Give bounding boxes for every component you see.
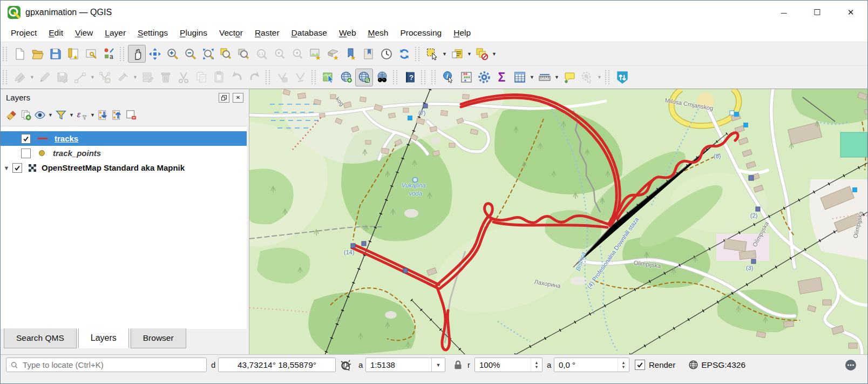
- pan-map-button[interactable]: [128, 45, 146, 63]
- menu-raster[interactable]: Raster: [249, 26, 286, 40]
- copy-features-button[interactable]: [192, 69, 210, 86]
- toolbar-grip[interactable]: [393, 70, 397, 84]
- lock-scale-icon[interactable]: [453, 360, 463, 370]
- minimize-button[interactable]: ─: [767, 1, 801, 24]
- gpx-time-plugin-button[interactable]: [613, 69, 631, 86]
- layer-row-track-points[interactable]: track_points: [1, 146, 247, 160]
- current-edits-dropdown[interactable]: ▼: [29, 75, 36, 80]
- menu-web[interactable]: Web: [333, 26, 362, 40]
- toolbar-grip[interactable]: [266, 70, 270, 84]
- filter-legend-dropdown[interactable]: ▼: [68, 112, 75, 118]
- scale-dropdown-icon[interactable]: ▼: [431, 358, 445, 372]
- digitize-segment-button[interactable]: [71, 69, 89, 86]
- coordinate-display[interactable]: 43,73214° 18,55879°: [218, 358, 336, 372]
- toolbar-grip[interactable]: [311, 70, 316, 84]
- statistical-summary-button[interactable]: [457, 69, 475, 86]
- toolbar-grip[interactable]: [3, 47, 7, 61]
- close-button[interactable]: ✕: [834, 1, 867, 24]
- identify-features-button[interactable]: i: [439, 69, 457, 86]
- menu-processing[interactable]: Processing: [394, 26, 447, 40]
- tab-browser[interactable]: Browser: [131, 328, 186, 348]
- refresh-button[interactable]: [395, 45, 413, 63]
- map-themes-dropdown[interactable]: ▼: [47, 112, 54, 118]
- zoom-full-button[interactable]: [199, 45, 217, 63]
- menu-layer[interactable]: Layer: [99, 26, 132, 40]
- paste-features-button[interactable]: [210, 69, 228, 86]
- menu-view[interactable]: View: [69, 26, 99, 40]
- zoom-out-button[interactable]: [181, 45, 199, 63]
- current-edits-button[interactable]: [11, 69, 29, 86]
- layer-checkbox[interactable]: [21, 149, 31, 158]
- zoom-native-button[interactable]: 1:1: [253, 45, 270, 63]
- layer-checkbox[interactable]: [12, 163, 22, 173]
- toggle-editing-button[interactable]: [36, 69, 53, 86]
- toolbar-grip[interactable]: [120, 47, 124, 61]
- search-qms-binoculars-button[interactable]: [373, 69, 391, 86]
- add-group-button[interactable]: [19, 108, 33, 122]
- spinner-arrows[interactable]: ▲▼: [531, 358, 542, 372]
- locator-search[interactable]: [6, 358, 207, 372]
- zoom-in-button[interactable]: [164, 45, 181, 63]
- layer-row-osm[interactable]: ▼ OpenStreetMap Standard aka Mapnik: [1, 160, 247, 175]
- deselect-all-dropdown[interactable]: ▼: [491, 51, 498, 57]
- redo-button[interactable]: [246, 69, 263, 86]
- messages-button[interactable]: [844, 358, 858, 372]
- new-map-view-button[interactable]: ★: [306, 45, 324, 63]
- toolbar-grip[interactable]: [421, 70, 425, 84]
- menu-settings[interactable]: Settings: [132, 26, 174, 40]
- toolbar-grip[interactable]: [415, 47, 419, 61]
- select-by-value-button[interactable]: [448, 45, 466, 63]
- map-tips-button[interactable]: [560, 69, 578, 86]
- pan-to-selection-button[interactable]: [146, 45, 164, 63]
- expand-all-button[interactable]: [96, 108, 110, 122]
- select-features-dropdown[interactable]: ▼: [441, 51, 448, 57]
- render-checkbox[interactable]: [635, 360, 645, 370]
- open-layer-styling-button[interactable]: [5, 108, 19, 122]
- select-by-value-dropdown[interactable]: ▼: [466, 51, 473, 57]
- cut-features-button[interactable]: [174, 69, 192, 86]
- menu-edit[interactable]: Edit: [43, 26, 69, 40]
- temporal-controller-button[interactable]: [377, 45, 395, 63]
- measure-line-button[interactable]: [535, 69, 553, 86]
- zoom-last-button[interactable]: [270, 45, 288, 63]
- filter-legend-button[interactable]: [54, 108, 68, 122]
- manage-map-themes-button[interactable]: [33, 108, 47, 122]
- help-button[interactable]: ?: [401, 69, 419, 86]
- show-statistics-button[interactable]: Σ: [493, 69, 511, 86]
- toolbar-grip[interactable]: [431, 70, 436, 84]
- render-toggle[interactable]: Render: [635, 360, 675, 370]
- toolbar-grip[interactable]: [605, 70, 609, 84]
- layer-row-tracks[interactable]: tracks: [1, 131, 247, 146]
- new-project-button[interactable]: [11, 45, 29, 63]
- filter-by-expression-button[interactable]: ε: [75, 108, 89, 122]
- layout-manager-button[interactable]: [82, 45, 100, 63]
- scale-combo[interactable]: 1:5138 ▼: [365, 358, 445, 372]
- modify-attributes-dropdown[interactable]: ▼: [132, 75, 139, 80]
- open-project-button[interactable]: [29, 45, 46, 63]
- spinner-arrows[interactable]: ▲▼: [618, 358, 629, 372]
- menu-help[interactable]: Help: [447, 26, 477, 40]
- extents-toggle-icon[interactable]: [340, 359, 352, 371]
- multiedit-button[interactable]: [139, 69, 157, 86]
- trim-extend-button[interactable]: [291, 69, 309, 86]
- select-features-button[interactable]: [423, 45, 441, 63]
- locator-input[interactable]: [22, 360, 202, 370]
- crs-status-button[interactable]: EPSG:4326: [688, 360, 745, 370]
- toolbar-grip[interactable]: [3, 70, 7, 84]
- undo-button[interactable]: [228, 69, 246, 86]
- menu-mesh[interactable]: Mesh: [362, 26, 395, 40]
- open-attribute-table-button[interactable]: [511, 69, 528, 86]
- collapse-all-button[interactable]: [110, 108, 124, 122]
- zoom-next-button[interactable]: [288, 45, 306, 63]
- map-canvas[interactable]: (7) (8) (14) (2) (3) Vukajlina voda Bist…: [249, 89, 868, 354]
- processing-toolbox-button[interactable]: [475, 69, 493, 86]
- run-feature-action-dropdown[interactable]: ▼: [596, 75, 603, 80]
- qms-search-map-button[interactable]: [320, 69, 337, 86]
- magnifier-spinbox[interactable]: 100% ▲▼: [474, 358, 542, 372]
- deselect-all-button[interactable]: [473, 45, 491, 63]
- menu-project[interactable]: Project: [5, 26, 43, 40]
- remove-layer-button[interactable]: [124, 108, 138, 122]
- zoom-to-selection-button[interactable]: [217, 45, 235, 63]
- run-feature-action-button[interactable]: [578, 69, 596, 86]
- panel-float-button[interactable]: [219, 93, 229, 103]
